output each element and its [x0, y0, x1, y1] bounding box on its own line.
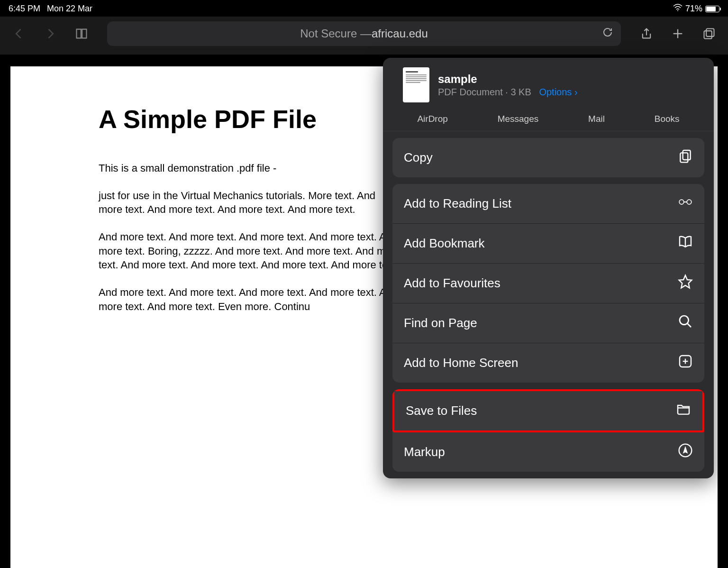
svg-point-0 [677, 10, 678, 11]
share-action-homescreen[interactable]: Add to Home Screen [392, 343, 704, 383]
share-sheet: sample PDF Document · 3 KB Options › Air… [383, 58, 714, 478]
share-app-books[interactable]: Books [655, 114, 680, 124]
share-app-mail[interactable]: Mail [588, 114, 605, 124]
back-button[interactable] [9, 23, 29, 44]
wifi-icon [673, 4, 682, 14]
svg-rect-6 [680, 153, 688, 162]
browser-toolbar: Not Secure — africau.edu [0, 17, 728, 55]
share-options-link[interactable]: Options › [539, 87, 577, 97]
share-action-markup[interactable]: Markup [392, 432, 704, 472]
share-action-reading-list[interactable]: Add to Reading List [392, 184, 704, 224]
share-file-subtitle: PDF Document · 3 KB [438, 87, 531, 97]
pdf-paragraph: And more text. And more text. And more t… [99, 230, 402, 272]
markup-icon [678, 443, 693, 461]
share-header: sample PDF Document · 3 KB Options › [383, 58, 714, 111]
new-tab-button[interactable] [667, 23, 688, 44]
share-file-title: sample [438, 73, 702, 86]
svg-point-12 [680, 316, 689, 325]
svg-rect-3 [706, 29, 714, 37]
share-app-messages[interactable]: Messages [498, 114, 539, 124]
folder-icon [676, 402, 691, 420]
status-time: 6:45 PM [9, 4, 40, 14]
pdf-paragraph: And more text. And more text. And more t… [99, 285, 402, 313]
share-action-find[interactable]: Find on Page [392, 303, 704, 343]
bookmarks-button[interactable] [71, 23, 92, 44]
share-action-copy[interactable]: Copy [392, 138, 704, 177]
chevron-right-icon: › [574, 87, 578, 97]
pdf-paragraph: just for use in the Virtual Mechanics tu… [99, 189, 402, 217]
share-action-save-to-files[interactable]: Save to Files [392, 389, 704, 432]
svg-line-13 [687, 323, 691, 327]
glasses-icon [678, 194, 693, 213]
share-action-favourites[interactable]: Add to Favourites [392, 264, 704, 303]
plus-square-icon [678, 354, 693, 372]
url-not-secure: Not Secure — [300, 27, 372, 40]
battery-percent: 71% [685, 4, 702, 14]
search-icon [678, 314, 693, 332]
document-thumbnail-icon [403, 67, 429, 102]
url-bar[interactable]: Not Secure — africau.edu [107, 21, 621, 46]
svg-rect-4 [704, 31, 712, 38]
battery-icon [705, 6, 719, 12]
tabs-button[interactable] [699, 23, 719, 44]
svg-rect-5 [683, 150, 691, 160]
url-domain: africau.edu [372, 27, 428, 40]
svg-point-7 [679, 200, 684, 204]
status-bar: 6:45 PM Mon 22 Mar 71% [0, 0, 728, 17]
status-date: Mon 22 Mar [47, 4, 92, 14]
star-icon [678, 274, 693, 293]
pdf-paragraph: This is a small demonstration .pdf file … [99, 161, 402, 175]
svg-marker-11 [679, 275, 692, 288]
book-open-icon [678, 234, 693, 253]
share-action-bookmark[interactable]: Add Bookmark [392, 224, 704, 264]
forward-button[interactable] [40, 23, 61, 44]
share-app-airdrop[interactable]: AirDrop [417, 114, 447, 124]
svg-point-8 [687, 200, 692, 204]
share-button[interactable] [636, 23, 657, 44]
reload-button[interactable] [602, 27, 613, 41]
copy-icon [678, 148, 693, 167]
share-apps-row: AirDrop Messages Mail Books [383, 111, 714, 131]
